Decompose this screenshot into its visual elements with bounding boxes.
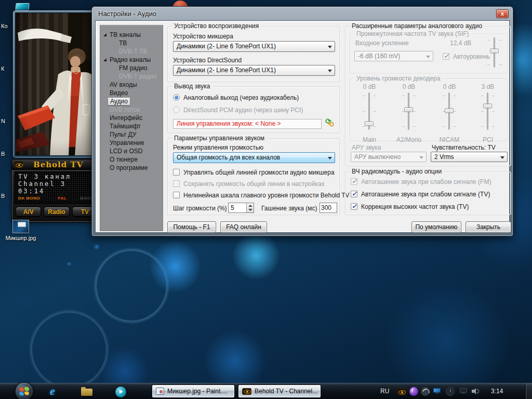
settings-dialog: Настройки - Аудио x ТВ каналы ТВ DVB-T Т… (91, 6, 513, 236)
tray-network-icon[interactable] (433, 387, 442, 396)
tray-volume-icon[interactable] (471, 387, 480, 396)
tree-item-about-tuner[interactable]: О тюнере (100, 155, 163, 164)
tree-item-tv[interactable]: ТВ (100, 39, 163, 47)
mixer-jpg-desktop-icon[interactable] (12, 220, 29, 233)
control-mixer-line-checkbox[interactable]: Управлять общей линией громкости аудио м… (173, 169, 335, 176)
language-indicator[interactable]: RU (380, 388, 389, 395)
faq-button[interactable]: FAQ онлайн (220, 221, 267, 233)
skin-av-button[interactable]: A/V (16, 207, 41, 217)
mute-time-spinner[interactable]: 300 (320, 203, 337, 213)
behold-tv-skin-window[interactable]: Behold TV ≡≡ TV 3 канал Channel 3 03:14 … (11, 159, 101, 222)
mixer-jpg-label[interactable]: Микшер.jpg (0, 235, 42, 241)
slider-track[interactable] (487, 92, 488, 130)
group-caption: Уровень громкости декодера (354, 75, 443, 82)
tree-item-fm-radio[interactable]: FM радио (100, 64, 163, 72)
taskbar-clock[interactable]: 3:14 (491, 388, 503, 395)
taskbar: e Микшер.jpg - Paint.... Behold TV - Cha… (0, 383, 532, 399)
expander-icon[interactable] (103, 58, 107, 61)
group-caption: ВЧ радиомодуль - аудио опции (350, 168, 444, 175)
main-slider[interactable] (365, 92, 374, 130)
sensitivity-combo[interactable]: 2 Vrms (431, 152, 508, 162)
group-rf-audio-options: ВЧ радиомодуль - аудио опции Автогашение… (345, 171, 511, 215)
tree-item-dvb-stream: DVB поток (100, 105, 163, 114)
directsound-device-label: Устройство DirectSound (173, 57, 242, 64)
tray-scheduler-icon[interactable] (446, 387, 455, 396)
slider-handle[interactable] (445, 108, 454, 113)
dialog-client-area: ТВ каналы ТВ DVB-T ТВ Радио каналы FM ра… (97, 22, 508, 231)
mute-time-label: Гашение звука (мс) (261, 205, 317, 212)
directsound-pcm-radio: DirectSound PCM аудио (через шину PCI) (173, 107, 303, 114)
settings-tree: ТВ каналы ТВ DVB-T ТВ Радио каналы FM ра… (100, 25, 163, 231)
defaults-button[interactable]: По умолчанию (411, 221, 461, 233)
desktop-icon-label[interactable]: N (1, 118, 11, 124)
expander-icon[interactable] (103, 33, 107, 36)
tray-behold-tv-icon[interactable] (397, 387, 406, 396)
show-desktop-button[interactable] (525, 383, 532, 399)
directsound-device-combo[interactable]: Динамики (2- Line 6 TonePort UX1) (173, 65, 335, 76)
refresh-line-icon[interactable]: ⟳⟲ (325, 118, 335, 129)
dialog-titlebar[interactable]: Настройки - Аудио x (92, 7, 513, 20)
tree-item-radio-channels[interactable]: Радио каналы (100, 56, 163, 64)
agc-combo: АРУ выключено (351, 152, 427, 162)
slider-handle[interactable] (483, 103, 492, 108)
pci-slider[interactable] (483, 92, 493, 130)
tree-item-video[interactable]: Видео (100, 89, 163, 97)
tray-display-icon[interactable] (459, 387, 468, 396)
tv-video-frame[interactable] (15, 12, 99, 156)
mixer-device-combo[interactable]: Динамики (2- Line 6 TonePort UX1) (173, 41, 335, 52)
tree-item-lcd-osd[interactable]: LCD и OSD (100, 147, 163, 155)
desktop-icon-label[interactable]: К (1, 65, 11, 72)
behold-tv-title: Behold TV (26, 160, 90, 169)
tree-item-tv-channels[interactable]: ТВ каналы (100, 31, 163, 39)
tree-item-dvbt-radio: DVB-T радио (100, 72, 163, 81)
behold-tv-titlebar[interactable]: Behold TV ≡≡ (12, 159, 100, 170)
taskbar-button-paint[interactable]: Микшер.jpg - Paint.... (152, 384, 235, 398)
decoder-slider-a2mono: 0 dB A2/Mono (391, 83, 427, 90)
tv-preview-window[interactable] (12, 10, 102, 158)
tree-item-av-inputs[interactable]: AV входы (100, 81, 163, 89)
group-advanced-analog: Расширенные параметры аналогового аудио … (345, 26, 511, 166)
decoder-db-value: 0 dB (431, 83, 468, 90)
group-playback-device: Устройство воспроизведения Устройство ми… (167, 26, 340, 82)
tree-item-dvbt-tv: DVB-T ТВ (100, 47, 163, 56)
automute-tv-checkbox[interactable]: Автогашение звука при слабом сигнале (TV… (351, 191, 490, 198)
tree-item-control[interactable]: Управление (100, 139, 163, 147)
decoder-slider-nicam: 0 dB NICAM (431, 83, 468, 90)
volume-step-spinner[interactable]: 5 (228, 203, 254, 213)
taskbar-button-behold-tv[interactable]: Behold TV - Channel... (238, 384, 321, 398)
close-button[interactable]: x (496, 9, 509, 18)
decoder-db-value: 0 dB (351, 83, 388, 90)
agc-label: АРУ звука (352, 144, 381, 151)
lcd-line-name: Channel 3 (18, 180, 94, 188)
desktop-icon-label[interactable]: В (1, 151, 11, 157)
internet-explorer-icon[interactable]: e (50, 385, 62, 398)
slider-handle[interactable] (404, 108, 413, 112)
analog-output-radio[interactable]: Аналоговый выход (через аудиокабель) (173, 94, 299, 101)
slider-handle[interactable] (365, 122, 374, 126)
desktop-icon-label[interactable]: В (1, 193, 11, 199)
desktop-icon-label[interactable]: Ко (1, 23, 11, 29)
chevron-down-icon (328, 46, 332, 48)
tree-item-interface[interactable]: Интерфейс (100, 114, 163, 122)
tree-item-timeshift[interactable]: Таймшифт (100, 122, 163, 130)
nicam-slider[interactable] (445, 92, 454, 130)
group-caption: Вывод звука (172, 83, 212, 90)
nonlinear-scale-checkbox[interactable]: Нелинейная шкала главного уровня громкос… (173, 192, 350, 199)
media-player-icon[interactable] (115, 385, 128, 398)
volume-mode-combo[interactable]: Общая громкость для всех каналов (173, 152, 335, 163)
windows-explorer-icon[interactable] (81, 385, 94, 398)
spinner-arrows[interactable] (246, 203, 254, 212)
tray-torrent-icon[interactable] (409, 387, 418, 396)
tree-item-audio[interactable]: Аудио (100, 97, 163, 105)
volume-step-label: Шаг громкости (%) (173, 205, 227, 212)
tree-item-remote[interactable]: Пульт ДУ (100, 130, 163, 139)
group-caption: Параметры управления звуком (172, 135, 267, 142)
tree-item-about-program[interactable]: О программе (100, 164, 163, 172)
a2mono-slider[interactable] (404, 92, 414, 130)
hf-correction-checkbox[interactable]: Коррекция высоких частот звука (TV) (351, 203, 469, 210)
close-dialog-button[interactable]: Закрыть (466, 221, 511, 233)
help-button[interactable]: Помощь - F1 (167, 221, 216, 233)
start-button[interactable] (16, 383, 33, 399)
skin-radio-button[interactable]: Radio (44, 207, 69, 217)
tray-updater-icon[interactable] (421, 387, 430, 396)
